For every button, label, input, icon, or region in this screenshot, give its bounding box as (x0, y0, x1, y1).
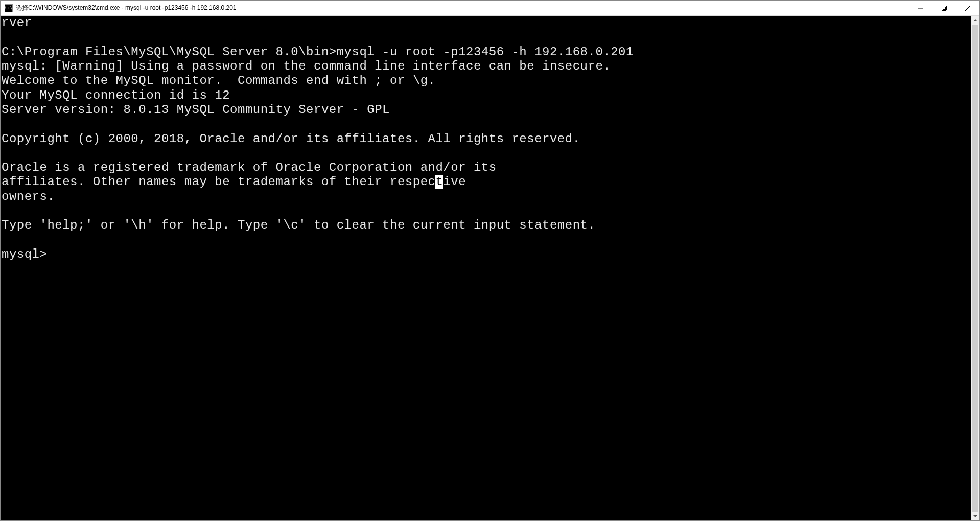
mysql-prompt: mysql> (2, 247, 47, 261)
window-title: 选择C:\WINDOWS\system32\cmd.exe - mysql -u… (16, 4, 909, 12)
maximize-icon (942, 6, 947, 11)
terminal-line: rver (2, 16, 32, 30)
scroll-track[interactable] (971, 25, 979, 512)
chevron-down-icon (973, 515, 977, 517)
titlebar[interactable]: C:\ 选择C:\WINDOWS\system32\cmd.exe - mysq… (1, 1, 979, 16)
scroll-up-button[interactable] (971, 16, 979, 25)
scrollbar[interactable] (971, 16, 979, 520)
selection-mark: t (435, 175, 443, 189)
close-icon (965, 6, 970, 11)
terminal-line: Server version: 8.0.13 MySQL Community S… (2, 103, 390, 117)
terminal-line: Type 'help;' or '\h' for help. Type '\c'… (2, 218, 595, 232)
close-button[interactable] (956, 1, 979, 15)
scroll-down-button[interactable] (971, 512, 979, 520)
minimize-button[interactable] (909, 1, 932, 15)
svg-rect-1 (942, 7, 946, 10)
terminal-line: Oracle is a registered trademark of Orac… (2, 161, 497, 174)
client-area: rver C:\Program Files\MySQL\MySQL Server… (1, 16, 979, 520)
maximize-button[interactable] (932, 1, 956, 15)
minimize-icon (918, 6, 923, 11)
cursor (55, 248, 62, 261)
terminal-line: C:\Program Files\MySQL\MySQL Server 8.0\… (2, 45, 634, 59)
window-controls (909, 1, 979, 15)
svg-marker-5 (973, 19, 977, 21)
chevron-up-icon (973, 19, 977, 21)
terminal-line: Your MySQL connection id is 12 (2, 88, 230, 102)
terminal-line: Copyright (c) 2000, 2018, Oracle and/or … (2, 132, 580, 146)
scroll-thumb[interactable] (972, 25, 978, 512)
terminal-line: mysql: [Warning] Using a password on the… (2, 59, 611, 73)
svg-marker-6 (973, 515, 977, 517)
cmd-icon: C:\ (5, 4, 13, 12)
terminal-prompt-line: mysql> (2, 247, 62, 261)
terminal-line: Welcome to the MySQL monitor. Commands e… (2, 74, 435, 87)
svg-rect-2 (943, 6, 947, 9)
terminal-output[interactable]: rver C:\Program Files\MySQL\MySQL Server… (1, 16, 971, 520)
terminal-line: affiliates. Other names may be trademark… (2, 175, 466, 189)
cmd-window: C:\ 选择C:\WINDOWS\system32\cmd.exe - mysq… (0, 0, 980, 521)
terminal-line: owners. (2, 190, 55, 203)
